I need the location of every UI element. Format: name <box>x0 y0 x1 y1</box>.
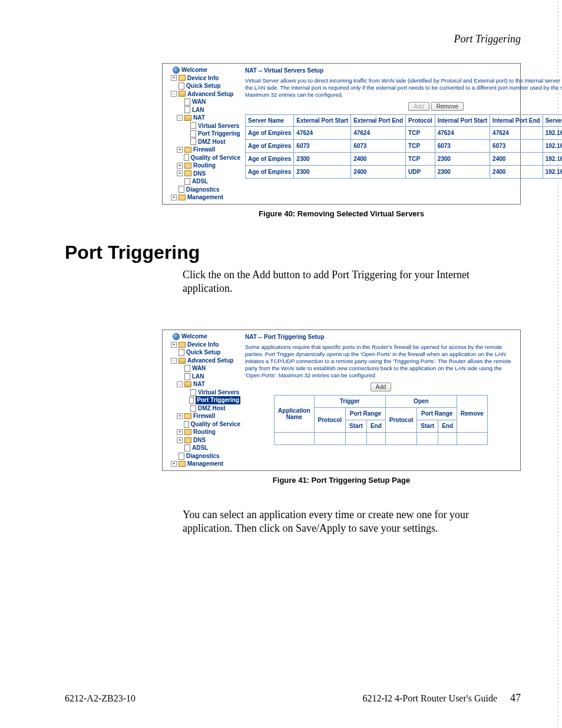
folder-closed-icon <box>178 461 186 467</box>
folder-closed-icon <box>184 413 191 419</box>
expand-icon[interactable]: + <box>177 413 183 419</box>
sidebar-item[interactable]: Port Triggering <box>165 130 240 138</box>
globe-icon <box>173 333 180 340</box>
add-button[interactable]: Add <box>408 102 429 111</box>
sidebar-item[interactable]: +Management <box>165 193 240 202</box>
sidebar-item-label: Routing <box>193 428 216 436</box>
sidebar-item[interactable]: +Device Info <box>165 74 240 83</box>
sidebar-item[interactable]: ADSL <box>165 444 240 452</box>
sidebar-item[interactable]: Virtual Servers <box>165 388 240 397</box>
folder-closed-icon <box>178 75 186 81</box>
cell-int-end: 6073 <box>490 139 543 152</box>
sidebar-item[interactable]: DMZ Host <box>165 138 240 146</box>
expand-icon[interactable]: + <box>177 170 183 176</box>
expand-icon[interactable]: - <box>171 91 177 97</box>
cell-protocol: TCP <box>406 152 435 165</box>
sidebar-item[interactable]: +Firewall <box>165 412 240 420</box>
page-icon <box>184 154 189 161</box>
sidebar-item[interactable]: WAN <box>165 98 240 106</box>
expand-icon[interactable]: + <box>171 75 177 81</box>
sidebar-item[interactable]: -NAT <box>165 380 240 388</box>
sidebar-item[interactable]: Port Triggering <box>165 396 240 404</box>
sidebar-item[interactable]: Diagnostics <box>165 186 240 194</box>
sidebar-item[interactable]: -Advanced Setup <box>165 357 240 365</box>
sidebar-item[interactable]: Quick Setup <box>165 348 240 357</box>
sidebar-item[interactable]: +Firewall <box>165 146 240 154</box>
page-icon <box>178 349 184 356</box>
sidebar-item-label: Quick Setup <box>186 348 220 357</box>
cell-int-end: 2400 <box>490 165 543 178</box>
sidebar-item[interactable]: Welcome <box>165 332 240 341</box>
sidebar-item[interactable]: +DNS <box>165 170 240 178</box>
expand-icon[interactable]: + <box>177 163 183 169</box>
remove-button[interactable]: Remove <box>431 102 464 111</box>
col-int-end: Internal Port End <box>490 114 543 126</box>
figure41-content: NAT -- Port Triggering Setup Some applic… <box>243 330 520 470</box>
col-ip: Server IP Address <box>543 114 562 126</box>
sidebar-item[interactable]: Quality of Service <box>165 420 240 429</box>
sidebar-item[interactable]: -NAT <box>165 114 240 122</box>
sidebar-item[interactable]: +Routing <box>165 428 240 436</box>
cell-ext-end: 47624 <box>351 126 406 139</box>
page-icon <box>178 186 184 193</box>
sidebar-item[interactable]: Welcome <box>165 66 240 74</box>
cell-ext-end: 6073 <box>351 139 406 152</box>
sidebar-item-label: Welcome <box>181 66 207 74</box>
sidebar-item[interactable]: ADSL <box>165 177 240 186</box>
sidebar-item[interactable]: LAN <box>165 106 240 114</box>
cell-ext-start: 2300 <box>294 165 351 178</box>
table-row: Age of Empires60736073TCP60736073192.168… <box>246 139 563 152</box>
page-icon <box>178 83 184 90</box>
sidebar-item[interactable]: +Routing <box>165 162 240 170</box>
sidebar-item-label: DNS <box>193 170 206 178</box>
page-footer: 6212-A2-ZB23-10 6212-I2 4-Port Router Us… <box>65 692 521 704</box>
sidebar-item-label: WAN <box>192 98 206 106</box>
cell-protocol: TCP <box>406 139 435 152</box>
table-row-empty <box>275 432 488 444</box>
cell-ext-start: 6073 <box>294 139 351 152</box>
expand-icon[interactable]: + <box>171 461 177 467</box>
sidebar-item-label: DMZ Host <box>198 138 226 146</box>
sidebar-item-label: Quick Setup <box>186 82 220 90</box>
section-paragraph-2: You can select an application every time… <box>183 508 521 536</box>
cell-protocol: TCP <box>406 126 435 139</box>
sidebar-item[interactable]: Quick Setup <box>165 82 240 90</box>
sidebar-item-label: Device Info <box>187 341 219 349</box>
expand-icon[interactable]: + <box>177 147 183 153</box>
sidebar-item-label: DNS <box>193 436 206 444</box>
sidebar-item[interactable]: Diagnostics <box>165 452 240 460</box>
sidebar-item[interactable]: LAN <box>165 373 240 381</box>
add-button[interactable]: Add <box>371 383 392 391</box>
expand-icon[interactable]: - <box>171 358 177 364</box>
sidebar-item-label: Port Triggering <box>198 130 240 138</box>
cell-int-start: 2300 <box>435 165 490 178</box>
folder-closed-icon <box>184 147 191 153</box>
cell-protocol: UDP <box>406 165 435 178</box>
sidebar-item[interactable]: WAN <box>165 364 240 373</box>
figure40-content: NAT -- Virtual Servers Setup Virtual Ser… <box>243 64 562 204</box>
cell-int-start: 6073 <box>435 139 490 152</box>
expand-icon[interactable]: + <box>177 429 183 435</box>
cell-int-end: 47624 <box>490 126 543 139</box>
sidebar-item[interactable]: -Advanced Setup <box>165 90 240 98</box>
cell-ip: 192.168.1.10 <box>543 139 562 152</box>
sidebar-item[interactable]: +DNS <box>165 436 240 444</box>
cell-ext-start: 47624 <box>294 126 351 139</box>
sidebar-item[interactable]: Virtual Servers <box>165 122 240 130</box>
cell-ip: 192.168.1.10 <box>543 152 562 165</box>
sidebar-item[interactable]: +Management <box>165 460 240 468</box>
sidebar-item[interactable]: +Device Info <box>165 341 240 349</box>
expand-icon[interactable]: - <box>177 115 183 121</box>
col-open-end: End <box>438 420 457 432</box>
sidebar-item[interactable]: Quality of Service <box>165 154 240 162</box>
figure40-title: NAT -- Virtual Servers Setup <box>245 67 562 74</box>
sidebar-item-label: Routing <box>193 162 216 170</box>
sidebar-item[interactable]: DMZ Host <box>165 404 240 413</box>
page-icon <box>190 122 196 129</box>
expand-icon[interactable]: + <box>171 195 177 200</box>
cell-server-name: Age of Empires <box>246 139 294 152</box>
expand-icon[interactable]: + <box>177 437 183 443</box>
expand-icon[interactable]: + <box>171 342 177 348</box>
expand-icon[interactable]: - <box>177 381 183 387</box>
globe-icon <box>173 67 180 74</box>
